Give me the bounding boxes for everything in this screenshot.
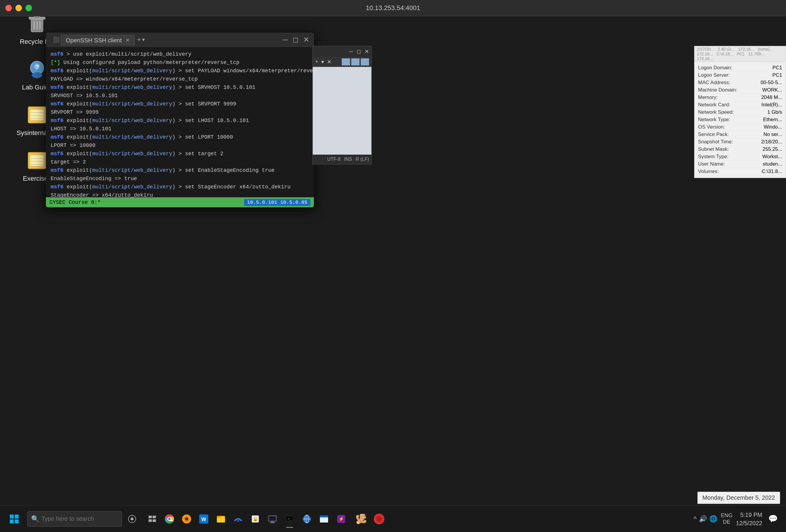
terminal-tab[interactable]: OpenSSH SSH client ✕ — [61, 35, 135, 46]
terminal-line: msf6 exploit(multi/script/web_delivery) … — [51, 67, 309, 75]
tab-chevron-icon[interactable]: ▾ — [142, 37, 145, 43]
desktop: 10.13.253.54:4001 Recycle Bin — [0, 0, 786, 532]
lf-label: R (LF) — [356, 157, 369, 162]
terminal-line: msf6 exploit(multi/script/web_delivery) … — [51, 84, 309, 92]
sysinfo-val: Ethern... — [763, 117, 782, 123]
taskbar-store[interactable]: W — [196, 511, 211, 527]
clock-display[interactable]: 5:19 PM 12/5/2022 — [736, 511, 762, 527]
editor-down-button[interactable]: ▾ — [321, 59, 324, 65]
editor-body — [313, 67, 371, 155]
taskbar-chrome[interactable] — [162, 511, 177, 527]
taskbar-windows-explorer[interactable] — [316, 511, 332, 527]
sysinfo-row: User Name: studen... — [698, 161, 782, 168]
editor-add-button[interactable]: + — [315, 59, 318, 65]
svg-rect-26 — [149, 515, 152, 518]
sysinfo-val: No ser... — [763, 132, 782, 137]
search-input[interactable] — [42, 515, 118, 522]
close-button[interactable] — [5, 5, 12, 11]
taskbar-search-box[interactable]: 🔍 — [27, 511, 122, 527]
editor-x-button[interactable]: ✕ — [327, 59, 331, 65]
sysinfo-key: OS Version: — [698, 124, 740, 130]
editor-statusbar: UTF-8 INS R (LF) — [313, 155, 371, 164]
taskbar-firefox[interactable] — [179, 511, 194, 527]
tab-label: OpenSSH SSH client — [66, 37, 122, 44]
svg-rect-20 — [10, 514, 14, 519]
editor-minimize-button[interactable]: ─ — [349, 49, 353, 55]
svg-rect-47 — [270, 522, 275, 523]
editor-restore-button[interactable]: ◻ — [356, 48, 361, 55]
sysinfo-key: Memory: — [698, 94, 740, 100]
taskbar-network[interactable] — [230, 511, 246, 527]
taskbar-virtual-desktops[interactable] — [144, 511, 160, 527]
terminal-line: msf6 > use exploit/multi/script/web_deli… — [51, 50, 309, 59]
tray-up-arrow[interactable]: ^ — [694, 515, 697, 523]
editor-close-button[interactable]: ✕ — [365, 48, 369, 55]
svg-rect-21 — [15, 514, 19, 519]
main-titlebar: 10.13.253.54:4001 — [0, 0, 786, 16]
svg-rect-46 — [271, 521, 274, 522]
sysinfo-key: Subnet Mask: — [698, 146, 740, 152]
tray-volume-icon[interactable]: 🔊 — [699, 515, 707, 523]
terminal-line: msf6 exploit(multi/script/web_delivery) … — [51, 100, 309, 108]
taskbar-security[interactable]: 🔒 — [248, 511, 263, 527]
sysinfo-row: OS Version: Windo... — [698, 123, 782, 131]
terminal-line: StageEncoder => x64/zutto_dekiru — [51, 191, 309, 197]
tray-network-icon[interactable]: 🌐 — [709, 515, 717, 523]
language-indicator[interactable]: ENG DE — [721, 512, 733, 525]
mode-label: INS — [344, 157, 352, 162]
tab-close-button[interactable]: ✕ — [125, 37, 130, 44]
tab-ssh-icon: ⬛ — [53, 37, 60, 43]
sysinfo-key: System Type: — [698, 154, 740, 160]
sysinfo-row: Logon Domain: PC1 — [698, 64, 782, 72]
sysinternals-icon — [25, 103, 49, 127]
notification-button[interactable]: 💬 — [766, 512, 780, 526]
taskbar-purple-app[interactable]: ⚡ — [333, 511, 349, 527]
maximize-button[interactable] — [25, 5, 32, 11]
minimize-button[interactable] — [16, 5, 22, 11]
svg-text:?: ? — [35, 63, 39, 71]
terminal-line: msf6 exploit(multi/script/web_delivery) … — [51, 166, 309, 175]
start-button[interactable] — [6, 511, 23, 527]
sysinfo-val: PC1 — [772, 72, 782, 78]
sysinfo-val: WORK... — [762, 87, 782, 93]
terminal-window: ⬛ OpenSSH SSH client ✕ + ▾ ─ ◻ ✕ msf6 > … — [46, 32, 314, 207]
taskbar-remote-desktop[interactable] — [265, 511, 280, 527]
sysinfo-val: 2048 M... — [761, 94, 782, 100]
sysinfo-row: Memory: 2048 M... — [698, 94, 782, 101]
window-actions: ─ ◻ ✕ — [283, 36, 309, 44]
svg-rect-28 — [149, 519, 152, 522]
window-restore-button[interactable]: ◻ — [293, 36, 299, 44]
exercises-icon — [25, 149, 49, 172]
terminal-line: target => 2 — [51, 158, 309, 166]
taskbar-gingerbread[interactable]: 🫚 — [354, 511, 369, 527]
new-tab-button[interactable]: + — [137, 36, 141, 44]
sysinfo-key: Logon Domain: — [698, 65, 740, 71]
svg-point-32 — [168, 517, 171, 520]
terminal-line: PAYLOAD => windows/x64/meterpreter/rever… — [51, 75, 309, 83]
svg-rect-45 — [269, 516, 276, 521]
lab-guide-icon: ? — [25, 57, 49, 81]
sysinfo-row: Logon Server: PC1 — [698, 72, 782, 79]
svg-point-25 — [131, 517, 134, 521]
taskbar-red-circle[interactable] — [371, 511, 387, 527]
terminal-line: SRVHOST => 10.5.0.101 — [51, 92, 309, 100]
taskbar-file-explorer[interactable] — [213, 511, 229, 527]
taskbar-metasploit[interactable]: >_ — [282, 511, 297, 527]
terminal-body[interactable]: msf6 > use exploit/multi/script/web_deli… — [46, 47, 314, 197]
sysinfo-panel: 2/17/20... 2.40 GI... 172.16... (none)..… — [694, 46, 786, 178]
sysinfo-key: Network Type: — [698, 117, 740, 123]
window-minimize-button[interactable]: ─ — [283, 36, 288, 44]
svg-text:🔒: 🔒 — [253, 516, 258, 522]
terminal-line: msf6 exploit(multi/script/web_delivery) … — [51, 133, 309, 141]
editor-icon1 — [342, 59, 350, 66]
taskbar-web[interactable] — [299, 511, 315, 527]
tab-bar: ⬛ OpenSSH SSH client ✕ + ▾ — [53, 34, 279, 45]
window-close-button[interactable]: ✕ — [303, 36, 309, 44]
system-tray: ^ 🔊 🌐 ENG DE 5:19 PM 12/5/2022 💬 — [694, 511, 780, 527]
terminal-line: LPORT => 10000 — [51, 142, 309, 149]
statusbar-right-text: 10.5.0.101 10.5.0.85 — [244, 199, 310, 206]
sysinfo-row: System Type: Workst... — [698, 153, 782, 161]
sysinfo-val: Intel(R)... — [761, 102, 782, 108]
task-view-button[interactable] — [124, 511, 140, 527]
sysinfo-val: Windo... — [764, 124, 782, 130]
